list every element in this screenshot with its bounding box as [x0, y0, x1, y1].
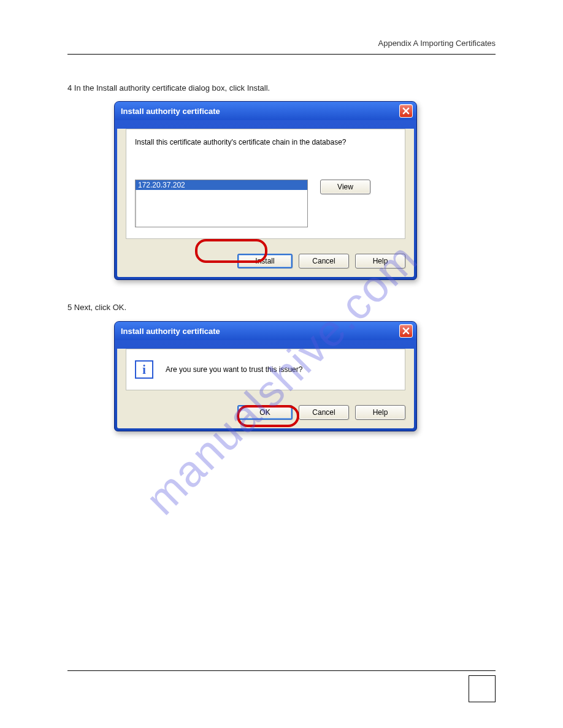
dialog1-body: Install this certificate authority's cer… — [117, 129, 414, 277]
help-button-2[interactable]: Help — [355, 405, 405, 420]
dialog2-body: i Are you sure you want to trust this is… — [117, 349, 414, 428]
cancel-button-2[interactable]: Cancel — [299, 405, 349, 420]
close-icon — [402, 107, 410, 115]
header-text: Appendix A Importing Certificates — [378, 39, 496, 48]
info-icon: i — [135, 360, 153, 379]
dialog2-prompt: Are you sure you want to trust this issu… — [166, 365, 302, 374]
help-button-1[interactable]: Help — [355, 254, 405, 268]
dialog1-button-row: Install Cancel Help — [117, 248, 414, 277]
dialog1-prompt: Install this certificate authority's cer… — [135, 138, 396, 146]
dialog2-button-row: OK Cancel Help — [117, 399, 414, 428]
list-item[interactable]: 172.20.37.202 — [136, 180, 307, 190]
ok-button[interactable]: OK — [237, 405, 293, 420]
dialog1-content: Install this certificate authority's cer… — [126, 129, 405, 239]
dialog1-title: Install authority certificate — [121, 107, 220, 116]
view-button[interactable]: View — [320, 180, 370, 194]
bottom-rule — [67, 670, 496, 671]
certificate-listbox[interactable]: 172.20.37.202 — [135, 180, 308, 227]
page-number-box — [469, 675, 496, 702]
instruction-step-4: 4 In the Install authority certificate d… — [67, 83, 270, 93]
dialog2-title: Install authority certificate — [121, 327, 220, 336]
instruction-step-5: 5 Next, click OK. — [67, 303, 126, 312]
close-icon — [402, 327, 410, 335]
titlebar-1: Install authority certificate — [115, 102, 416, 120]
install-certificate-dialog-1: Install authority certificate Install th… — [114, 101, 417, 280]
titlebar-2: Install authority certificate — [115, 322, 416, 340]
close-button-1[interactable] — [399, 104, 413, 118]
cancel-button-1[interactable]: Cancel — [299, 254, 349, 268]
install-certificate-dialog-2: Install authority certificate i Are you … — [114, 321, 417, 431]
dialog2-content: i Are you sure you want to trust this is… — [126, 349, 405, 390]
install-button[interactable]: Install — [237, 254, 293, 268]
top-rule — [67, 54, 496, 55]
close-button-2[interactable] — [399, 324, 413, 338]
